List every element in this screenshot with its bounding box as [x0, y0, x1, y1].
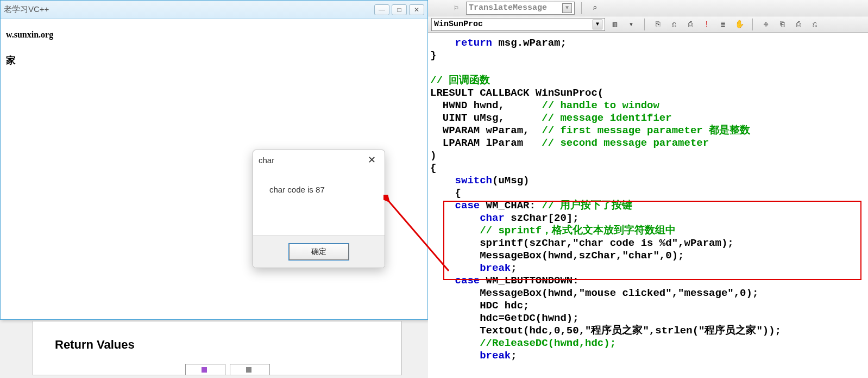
toolbar-row-2: WinSunProc ▼ ▥ ▾ ⎘ ⎌ ⎙ ! ≣ ✋ ⎆ ⎗ ⎙ ⎌ [428, 16, 868, 33]
bookmark-icon[interactable]: ⚐ [450, 2, 463, 14]
separator [644, 18, 645, 30]
app-titlebar[interactable]: 老学习VC++ — □ ✕ [1, 1, 427, 19]
help-tab-2[interactable] [230, 364, 270, 375]
toolbar-icon[interactable]: ⎌ [808, 18, 821, 30]
messagebox-close-button[interactable]: ✕ [364, 152, 379, 168]
square-icon [246, 367, 251, 373]
chevron-down-icon[interactable]: ▼ [562, 3, 572, 13]
help-tabs [185, 364, 270, 375]
messagebox-body: char code is 87 [253, 170, 385, 235]
search-icon[interactable]: ⌕ [588, 2, 601, 14]
function-combo-1[interactable]: TranslateMessage ▼ [466, 2, 575, 15]
separator [581, 2, 582, 14]
maximize-button[interactable]: □ [392, 4, 407, 15]
ide-panel: ⚐ TranslateMessage ▼ ⌕ WinSunProc ▼ ▥ ▾ … [428, 0, 868, 378]
help-pane: Return Values [33, 321, 402, 375]
app-client-area: w.sunxin.org 家 [1, 19, 427, 78]
exclaim-icon[interactable]: ! [700, 18, 713, 30]
messagebox-title-text: char [259, 156, 364, 165]
chevron-down-icon[interactable]: ▼ [593, 20, 602, 29]
app-title: 老学习VC++ [4, 4, 374, 15]
chevron-down-icon[interactable]: ▾ [625, 18, 638, 30]
messagebox-titlebar[interactable]: char ✕ [253, 150, 385, 170]
combo-value: TranslateMessage [469, 3, 547, 13]
help-tab-1[interactable] [185, 364, 225, 375]
code-editor[interactable]: return msg.wParam; } // 回调函数 LRESULT CAL… [428, 33, 868, 378]
toolbar-icon[interactable]: ⎙ [792, 18, 805, 30]
square-icon [202, 367, 207, 373]
toolbar-icon[interactable]: ⎌ [668, 18, 681, 30]
separator [752, 18, 753, 30]
toolbar-icon[interactable]: ⎗ [776, 18, 789, 30]
messagebox-dialog: char ✕ char code is 87 确定 [253, 150, 385, 268]
app-text-line2: 家 [6, 54, 422, 67]
toolbar-icon[interactable]: ▥ [608, 18, 621, 30]
function-combo-2[interactable]: WinSunProc ▼ [431, 18, 605, 31]
toolbar-icon[interactable]: ⎙ [684, 18, 697, 30]
help-heading: Return Values [55, 338, 380, 352]
toolbar-icon[interactable]: ⎘ [651, 18, 664, 30]
close-button[interactable]: ✕ [409, 4, 424, 15]
messagebox-footer: 确定 [253, 235, 385, 268]
toolbar-row-1: ⚐ TranslateMessage ▼ ⌕ [428, 0, 868, 16]
window-controls: — □ ✕ [374, 4, 424, 15]
toolbar-icon[interactable]: ≣ [716, 18, 729, 30]
hand-icon[interactable]: ✋ [733, 18, 746, 30]
combo-value: WinSunProc [434, 20, 483, 29]
messagebox-ok-button[interactable]: 确定 [289, 244, 349, 260]
toolbar-icon[interactable]: ⎆ [759, 18, 772, 30]
minimize-button[interactable]: — [374, 4, 389, 15]
app-text-url: w.sunxin.org [6, 30, 422, 40]
messagebox-message: char code is 87 [269, 185, 325, 194]
